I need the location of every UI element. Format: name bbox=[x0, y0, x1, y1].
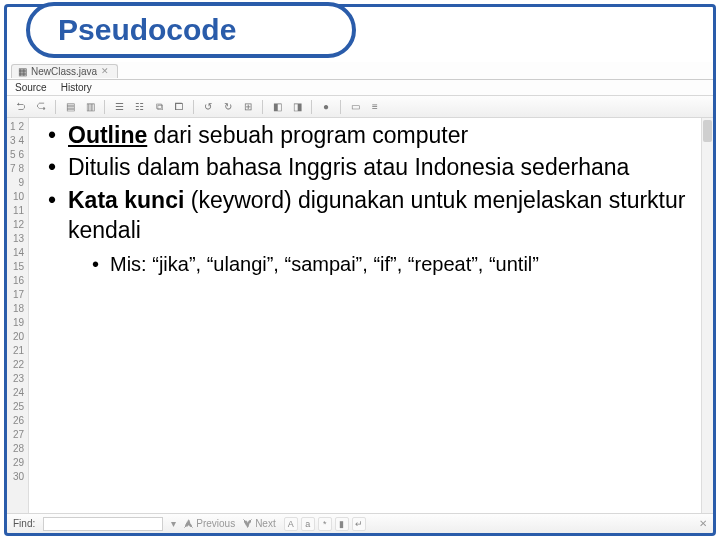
toolbar-icon[interactable]: ↻ bbox=[220, 99, 236, 115]
bullet-text: dari sebuah program computer bbox=[147, 122, 468, 148]
editor-subtabs: Source History bbox=[7, 80, 713, 96]
separator bbox=[262, 100, 263, 114]
match-case-icon[interactable]: A bbox=[284, 517, 298, 531]
find-prev-button[interactable]: ⮝ Previous bbox=[184, 518, 235, 529]
file-tab[interactable]: ▦ NewClass.java ✕ bbox=[11, 64, 118, 78]
slide-title: Pseudocode bbox=[26, 2, 356, 58]
toolbar-icon[interactable]: ≡ bbox=[367, 99, 383, 115]
bullet-text: Mis: “jika”, “ulangi”, “sampai”, “if”, “… bbox=[110, 253, 539, 275]
separator bbox=[55, 100, 56, 114]
scrollbar-thumb[interactable] bbox=[703, 120, 712, 142]
toolbar-icon[interactable]: ⧠ bbox=[171, 99, 187, 115]
list-item: Mis: “jika”, “ulangi”, “sampai”, “if”, “… bbox=[92, 251, 692, 277]
separator bbox=[193, 100, 194, 114]
find-bar: Find: ▾ ⮝ Previous ⮟ Next A a * ▮ ↵ ✕ bbox=[7, 513, 713, 533]
highlight-icon[interactable]: ▮ bbox=[335, 517, 349, 531]
bullet-list: Outline dari sebuah program computer Dit… bbox=[48, 120, 692, 278]
toolbar-icon[interactable]: ▤ bbox=[62, 99, 78, 115]
find-prev-label: Previous bbox=[196, 518, 235, 529]
find-next-label: Next bbox=[255, 518, 276, 529]
line-gutter: 1 2 3 4 5 6 7 8 9 10 11 12 13 14 15 16 1… bbox=[7, 118, 29, 513]
toolbar-icon[interactable]: ⧉ bbox=[151, 99, 167, 115]
slide-body: Outline dari sebuah program computer Dit… bbox=[48, 120, 692, 280]
slide-title-text: Pseudocode bbox=[58, 13, 236, 47]
toolbar-icon[interactable]: ⮌ bbox=[13, 99, 29, 115]
wrap-icon[interactable]: ↵ bbox=[352, 517, 366, 531]
separator bbox=[311, 100, 312, 114]
whole-word-icon[interactable]: a bbox=[301, 517, 315, 531]
regex-icon[interactable]: * bbox=[318, 517, 332, 531]
toolbar-icon[interactable]: ☰ bbox=[111, 99, 127, 115]
vertical-scrollbar[interactable] bbox=[701, 118, 713, 513]
tab-source[interactable]: Source bbox=[15, 82, 47, 93]
toolbar-icon[interactable]: ↺ bbox=[200, 99, 216, 115]
find-input[interactable] bbox=[43, 517, 163, 531]
bullet-text: Ditulis dalam bahasa Inggris atau Indone… bbox=[68, 154, 629, 180]
separator bbox=[340, 100, 341, 114]
sub-bullet-list: Mis: “jika”, “ulangi”, “sampai”, “if”, “… bbox=[92, 251, 692, 277]
list-item: Outline dari sebuah program computer bbox=[48, 120, 692, 150]
bullet-strong: Outline bbox=[68, 122, 147, 148]
editor-tabs: ▦ NewClass.java ✕ bbox=[7, 62, 713, 80]
find-label: Find: bbox=[13, 518, 35, 529]
tab-history[interactable]: History bbox=[61, 82, 92, 93]
list-item: Kata kunci (keyword) digunakan untuk men… bbox=[48, 185, 692, 278]
toolbar-icon[interactable]: ☷ bbox=[131, 99, 147, 115]
toolbar-icon[interactable]: ● bbox=[318, 99, 334, 115]
list-item: Ditulis dalam bahasa Inggris atau Indone… bbox=[48, 152, 692, 182]
java-file-icon: ▦ bbox=[18, 66, 27, 77]
toolbar-icon[interactable]: ◨ bbox=[289, 99, 305, 115]
toolbar-icon[interactable]: ⮎ bbox=[33, 99, 49, 115]
find-options: A a * ▮ ↵ bbox=[284, 517, 366, 531]
close-icon[interactable]: ✕ bbox=[101, 66, 109, 76]
close-find-icon[interactable]: ✕ bbox=[699, 518, 707, 529]
bullet-strong: Kata kunci bbox=[68, 187, 184, 213]
file-tab-label: NewClass.java bbox=[31, 66, 97, 77]
chevron-down-icon[interactable]: ▾ bbox=[171, 518, 176, 529]
toolbar-icon[interactable]: ◧ bbox=[269, 99, 285, 115]
find-next-button[interactable]: ⮟ Next bbox=[243, 518, 276, 529]
separator bbox=[104, 100, 105, 114]
toolbar-icon[interactable]: ▭ bbox=[347, 99, 363, 115]
toolbar-icon[interactable]: ⊞ bbox=[240, 99, 256, 115]
editor-toolbar: ⮌ ⮎ ▤ ▥ ☰ ☷ ⧉ ⧠ ↺ ↻ ⊞ ◧ ◨ ● ▭ ≡ bbox=[7, 96, 713, 118]
toolbar-icon[interactable]: ▥ bbox=[82, 99, 98, 115]
